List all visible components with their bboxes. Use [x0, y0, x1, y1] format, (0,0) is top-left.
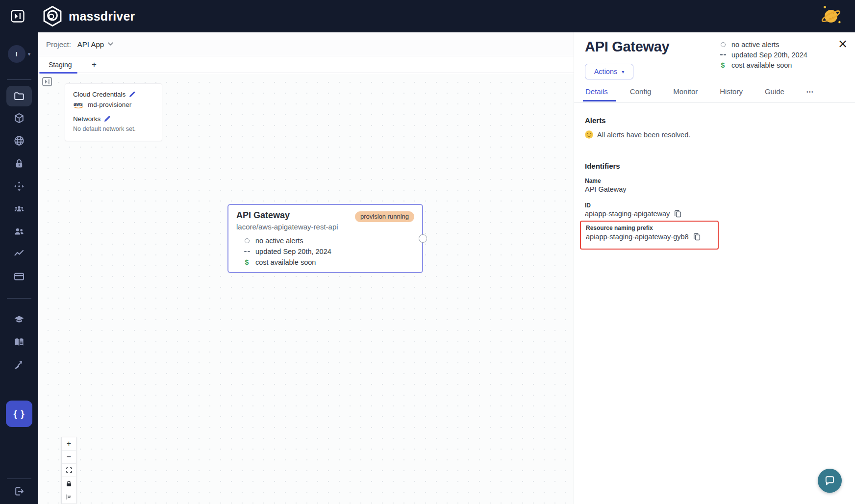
sidebar-item-logout[interactable] — [6, 481, 32, 501]
users-group-icon — [13, 203, 25, 215]
tab-history[interactable]: History — [720, 87, 743, 101]
node-cost-text: cost available soon — [255, 258, 316, 266]
alerts-resolved-text: All alerts have been resolved. — [597, 131, 690, 139]
environment-tabs: Staging + — [38, 56, 574, 73]
edit-networks-icon[interactable] — [104, 116, 110, 122]
chevron-down-icon — [108, 42, 113, 46]
avatar-caret-icon: ▾ — [28, 51, 31, 57]
credit-card-icon — [13, 271, 25, 282]
panel-alerts-text: no active alerts — [731, 41, 780, 49]
top-bar: massdriver — [0, 0, 855, 32]
actions-dropdown-button[interactable]: Actions ▾ — [585, 64, 633, 79]
dashes-icon — [720, 54, 726, 55]
sidebar-item-learn[interactable] — [6, 310, 32, 329]
id-value: apiapp-staging-apigateway — [585, 210, 670, 218]
panel-updated-row: updated Sep 20th, 2024 — [719, 50, 807, 60]
sidebar-item-teams[interactable] — [6, 199, 32, 219]
avatar[interactable]: I — [8, 45, 25, 63]
tab-config[interactable]: Config — [630, 87, 651, 101]
node-alerts-row: no active alerts — [243, 235, 414, 246]
tab-guide[interactable]: Guide — [765, 87, 784, 101]
sidebar-item-packages[interactable] — [6, 108, 32, 128]
sidebar-divider — [7, 479, 31, 479]
node-cost-row: $ cost available soon — [243, 257, 414, 268]
cube-icon — [13, 112, 25, 124]
sidebar-item-docs[interactable] — [6, 332, 32, 352]
move-arrows-icon — [13, 180, 25, 192]
tab-details[interactable]: Details — [585, 87, 608, 101]
dollar-icon: $ — [243, 258, 251, 266]
lock-icon — [13, 158, 25, 170]
copy-icon — [693, 233, 701, 241]
align-layout-icon — [65, 493, 73, 501]
lock-canvas-icon — [65, 480, 73, 487]
project-selector[interactable]: API App — [77, 40, 113, 49]
close-panel-button[interactable]: × — [838, 33, 847, 54]
panel-updated-text: updated Sep 20th, 2024 — [731, 51, 807, 59]
edit-credentials-icon[interactable] — [129, 91, 135, 98]
copy-prefix-button[interactable] — [693, 233, 701, 241]
copy-id-button[interactable] — [674, 210, 681, 218]
lock-button[interactable] — [62, 477, 76, 490]
add-environment-button[interactable]: + — [87, 56, 101, 73]
folder-icon — [13, 90, 25, 102]
node-updated-text: updated Sep 20th, 2024 — [255, 248, 331, 255]
planet-mascot-icon[interactable] — [819, 3, 843, 28]
details-panel: API Gateway no active alerts updated Sep… — [574, 32, 855, 504]
sidebar-item-secrets[interactable] — [6, 154, 32, 174]
user-menu[interactable]: I ▾ — [0, 45, 38, 63]
tab-monitor[interactable]: Monitor — [673, 87, 698, 101]
chat-bubble-icon — [824, 475, 835, 486]
zoom-in-button[interactable]: + — [62, 437, 76, 451]
panel-title: API Gateway — [585, 39, 669, 55]
credential-name: md-provisioner — [88, 101, 131, 108]
open-book-icon — [13, 336, 25, 348]
networks-label: Networks — [73, 115, 101, 123]
prefix-value: apiapp-staging-apigateway-gyb8 — [586, 233, 689, 241]
graduation-cap-icon — [13, 314, 25, 326]
project-name: API App — [77, 40, 104, 49]
fit-view-icon — [65, 466, 73, 474]
sidebar-item-projects[interactable] — [6, 86, 32, 106]
panel-tabs: Details Config Monitor History Guide ••• — [574, 87, 855, 103]
sidebar-item-roadmap[interactable] — [6, 355, 32, 375]
bundle-node-api-gateway[interactable]: API Gateway provision running lacore/aws… — [227, 204, 423, 273]
sidebar-item-networks[interactable] — [6, 131, 32, 151]
auto-layout-button[interactable] — [62, 490, 76, 504]
sidebar-item-users[interactable] — [6, 222, 32, 241]
dashes-icon — [244, 251, 250, 252]
credentials-card: Cloud Credentials aws md-provisioner Net… — [65, 83, 162, 141]
tab-staging[interactable]: Staging — [38, 56, 72, 73]
main-area: Project: API App Staging + Cloud Credent… — [38, 32, 574, 504]
code-editor-button[interactable]: { } — [6, 401, 32, 427]
brand-name: massdriver — [69, 9, 135, 24]
canvas-controls: + − — [61, 437, 76, 504]
panel-status-summary: no active alerts updated Sep 20th, 2024 … — [719, 39, 807, 70]
node-alerts-text: no active alerts — [255, 237, 303, 245]
sidebar-item-deployments[interactable] — [6, 176, 32, 196]
sidebar-item-metrics[interactable] — [6, 244, 32, 263]
id-value-row: apiapp-staging-apigateway — [585, 210, 681, 218]
zoom-out-button[interactable]: − — [62, 451, 76, 464]
panel-cost-text: cost available soon — [731, 61, 792, 69]
fit-view-button[interactable] — [62, 464, 76, 477]
alert-ring-icon — [721, 42, 726, 47]
sidebar-collapse-icon[interactable] — [11, 10, 25, 23]
sidebar: I ▾ — [0, 32, 38, 504]
brand-logo[interactable]: massdriver — [41, 5, 135, 27]
more-tabs-button[interactable]: ••• — [806, 87, 814, 95]
name-label: Name — [585, 177, 601, 184]
app: massdriver I ▾ — [0, 0, 855, 504]
prefix-label: Resource naming prefix — [586, 225, 718, 231]
canvas-panel-toggle[interactable] — [42, 77, 52, 86]
chat-support-button[interactable] — [818, 469, 842, 493]
identifiers-heading: Identifiers — [585, 162, 620, 170]
connection-handle[interactable] — [419, 234, 427, 243]
massdriver-logo-icon — [41, 5, 64, 27]
sidebar-divider — [7, 298, 31, 299]
sidebar-item-billing[interactable] — [6, 267, 32, 286]
alert-ring-icon — [245, 238, 250, 243]
globe-icon — [13, 135, 25, 147]
panel-toggle-icon — [11, 10, 25, 23]
diagram-canvas[interactable]: Cloud Credentials aws md-provisioner Net… — [38, 74, 574, 504]
